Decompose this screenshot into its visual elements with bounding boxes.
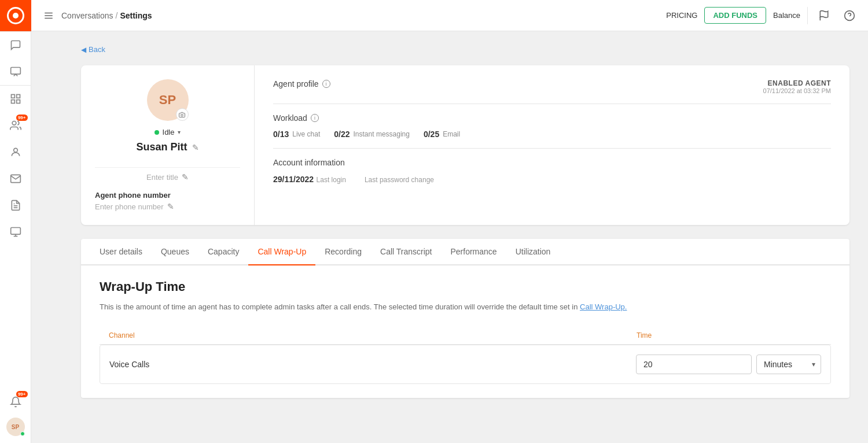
sidebar-item-agents[interactable]	[0, 139, 31, 165]
phone-section: Agent phone number Enter phone number ✎	[95, 191, 240, 211]
tabs-container: User details Queues Capacity Call Wrap-U…	[81, 239, 849, 265]
row-channel-voice: Voice Calls	[109, 360, 636, 369]
sidebar-item-inbox[interactable]	[0, 58, 31, 85]
contacts-badge: 99+	[16, 115, 28, 121]
svg-rect-1	[11, 95, 14, 98]
workload-stat-livechat: 0/13 Live chat	[273, 130, 320, 139]
table-row: Voice Calls Seconds Minutes Hours ▾	[100, 345, 831, 384]
status-text: Idle	[163, 128, 175, 136]
status-chevron-icon[interactable]: ▾	[178, 129, 181, 135]
avatar-container: SP	[147, 79, 189, 121]
sidebar: 99+ 99+ SP	[0, 0, 31, 443]
info-header: Agent profile i ENABLED AGENT 07/11/2022…	[273, 79, 831, 94]
workload-val-im: 0/22	[334, 130, 350, 139]
tab-call-wrap-up[interactable]: Call Wrap-Up	[248, 239, 315, 265]
workload-section: Workload i 0/13 Live chat 0/22 Instant m…	[273, 113, 831, 139]
agent-profile-text: Agent profile	[273, 79, 319, 88]
agent-profile-label: Agent profile i	[273, 79, 330, 88]
account-stat-password: Last password change	[365, 174, 434, 184]
account-info-row: 29/11/2022 Last login Last password chan…	[273, 174, 831, 184]
enabled-label: ENABLED AGENT	[763, 79, 831, 87]
svg-point-6	[13, 148, 17, 152]
flag-icon[interactable]	[815, 6, 833, 25]
pricing-link[interactable]: PRICING	[666, 11, 697, 20]
back-label[interactable]: Back	[89, 45, 105, 54]
workload-header: Workload i	[273, 113, 831, 123]
phone-input-row[interactable]: Enter phone number ✎	[95, 202, 240, 211]
svg-point-18	[181, 114, 183, 116]
edit-title-icon[interactable]: ✎	[182, 172, 189, 182]
user-avatar-small[interactable]: SP	[6, 418, 25, 436]
sidebar-notifications[interactable]: 99+	[0, 389, 31, 415]
workload-info-icon[interactable]: i	[311, 114, 319, 122]
workload-label: Workload	[273, 113, 307, 123]
tab-user-details[interactable]: User details	[90, 239, 152, 265]
cards-row: SP Idle ▾ Susan Pitt ✎	[81, 65, 849, 225]
back-link[interactable]: ◀ Back	[81, 45, 849, 54]
sidebar-item-campaigns[interactable]	[0, 165, 31, 192]
tab-utilization[interactable]: Utilization	[506, 239, 560, 265]
agent-name: Susan Pitt	[136, 141, 187, 153]
back-arrow-icon: ◀	[81, 46, 86, 54]
sidebar-item-contacts[interactable]: 99+	[0, 112, 31, 139]
workload-type-livechat: Live chat	[292, 130, 320, 138]
tab-queues[interactable]: Queues	[152, 239, 198, 265]
online-indicator	[20, 431, 25, 436]
info-divider-2	[273, 148, 831, 149]
enabled-date: 07/11/2022 at 03:32 PM	[763, 87, 831, 94]
enter-title-text: Enter title	[146, 173, 178, 182]
time-unit-wrapper: Seconds Minutes Hours ▾	[756, 355, 821, 374]
workload-type-im: Instant messaging	[354, 130, 410, 138]
wrapup-description: This is the amount of time an agent has …	[100, 301, 831, 313]
sidebar-item-conversations[interactable]	[0, 32, 31, 58]
account-label: Account information	[273, 158, 831, 167]
breadcrumb: Conversations / Settings	[61, 11, 152, 20]
help-icon[interactable]	[840, 6, 859, 25]
add-funds-button[interactable]: ADD FUNDS	[704, 7, 766, 24]
time-value-input[interactable]	[636, 355, 752, 374]
time-unit-select[interactable]: Seconds Minutes Hours	[756, 355, 821, 374]
account-stat-login: 29/11/2022 Last login	[273, 174, 346, 184]
sidebar-item-settings[interactable]	[0, 219, 31, 245]
account-section: Account information 29/11/2022 Last logi…	[273, 158, 831, 184]
topbar: Conversations / Settings PRICING ADD FUN…	[31, 0, 868, 31]
sidebar-item-reports[interactable]	[0, 86, 31, 112]
profile-info-icon[interactable]: i	[322, 80, 330, 88]
breadcrumb-base[interactable]: Conversations	[61, 11, 113, 20]
phone-label: Agent phone number	[95, 191, 240, 200]
camera-button[interactable]	[176, 108, 189, 121]
enabled-agent-section: ENABLED AGENT 07/11/2022 at 03:32 PM	[763, 79, 831, 94]
row-time-voice: Seconds Minutes Hours ▾	[636, 355, 821, 374]
svg-rect-0	[10, 68, 20, 75]
tabs-and-content: User details Queues Capacity Call Wrap-U…	[81, 239, 849, 398]
agent-name-row: Susan Pitt ✎	[136, 141, 198, 153]
workload-val-livechat: 0/13	[273, 130, 289, 139]
sidebar-item-audit[interactable]	[0, 192, 31, 219]
table-header: Channel Time	[100, 327, 831, 345]
svg-point-5	[12, 121, 16, 125]
notifications-badge: 99+	[16, 391, 28, 397]
wrapup-link[interactable]: Call Wrap-Up.	[580, 302, 627, 311]
phone-placeholder: Enter phone number	[95, 202, 164, 211]
tab-recording[interactable]: Recording	[315, 239, 371, 265]
tab-performance[interactable]: Performance	[442, 239, 506, 265]
topbar-divider	[807, 7, 808, 24]
wrapup-title: Wrap-Up Time	[100, 279, 831, 294]
edit-name-icon[interactable]: ✎	[192, 143, 199, 152]
tab-call-transcript[interactable]: Call Transcript	[371, 239, 441, 265]
svg-rect-4	[16, 100, 20, 104]
status-dot	[155, 130, 159, 135]
status-row: Idle ▾	[155, 128, 181, 136]
tab-capacity[interactable]: Capacity	[198, 239, 248, 265]
app-logo[interactable]	[0, 0, 31, 31]
column-header-time: Time	[637, 331, 822, 339]
last-password-label: Last password change	[365, 176, 434, 184]
workload-stat-im: 0/22 Instant messaging	[334, 130, 410, 139]
breadcrumb-separator: /	[116, 11, 118, 20]
main-content: ◀ Back SP Idl	[62, 31, 868, 443]
workload-stat-email: 0/25 Email	[424, 130, 460, 139]
enter-title-row[interactable]: Enter title ✎	[146, 172, 189, 182]
expand-sidebar-button[interactable]	[41, 8, 57, 24]
edit-phone-icon[interactable]: ✎	[167, 202, 174, 211]
breadcrumb-current: Settings	[120, 11, 152, 20]
